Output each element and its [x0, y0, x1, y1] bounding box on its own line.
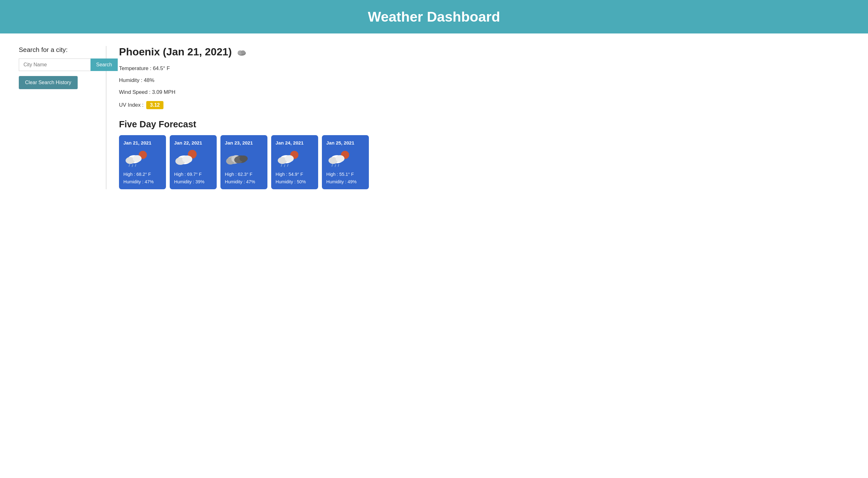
search-row: Search — [19, 59, 93, 71]
svg-point-19 — [240, 156, 248, 162]
main-content: Search for a city: Search Clear Search H… — [0, 33, 868, 202]
forecast-date-2: Jan 23, 2021 — [225, 140, 253, 145]
sidebar: Search for a city: Search Clear Search H… — [19, 46, 106, 189]
app-header: Weather Dashboard — [0, 0, 868, 33]
wind-detail: Wind Speed : 3.09 MPH — [119, 89, 849, 95]
svg-point-6 — [133, 155, 142, 162]
forecast-icon-3 — [276, 149, 301, 168]
svg-line-26 — [287, 164, 288, 166]
search-input[interactable] — [19, 59, 91, 71]
forecast-card-0: Jan 21, 2021 High : 68.2° F Humidity : 4… — [119, 135, 166, 189]
forecast-card-1: Jan 22, 2021 High : 69.7° F Humidity : 3… — [170, 135, 217, 189]
svg-line-33 — [338, 164, 339, 166]
forecast-humidity-2: Humidity : 47% — [225, 179, 255, 184]
forecast-humidity-0: Humidity : 47% — [123, 179, 154, 184]
forecast-date-4: Jan 25, 2021 — [326, 140, 354, 145]
forecast-card-4: Jan 25, 2021 High : 55.1° F Humidity : 4… — [322, 135, 369, 189]
weather-panel: Phoenix (Jan 21, 2021) Temperature : 64.… — [106, 46, 849, 189]
svg-line-32 — [335, 165, 336, 167]
forecast-high-0: High : 68.2° F — [123, 172, 151, 177]
uv-detail: UV Index : 3.12 — [119, 101, 849, 109]
forecast-date-3: Jan 24, 2021 — [276, 140, 304, 145]
forecast-icon-1 — [174, 149, 199, 168]
city-title-row: Phoenix (Jan 21, 2021) — [119, 46, 849, 58]
city-title-text: Phoenix (Jan 21, 2021) — [119, 46, 232, 58]
uv-badge: 3.12 — [146, 101, 163, 109]
svg-point-23 — [285, 155, 294, 162]
search-label: Search for a city: — [19, 46, 93, 54]
forecast-high-1: High : 69.7° F — [174, 172, 202, 177]
forecast-date-1: Jan 22, 2021 — [174, 140, 202, 145]
forecast-humidity-4: Humidity : 49% — [326, 179, 356, 184]
svg-point-2 — [241, 50, 245, 54]
forecast-icon-4 — [326, 149, 351, 168]
forecast-humidity-1: Humidity : 39% — [174, 179, 205, 184]
temperature-detail: Temperature : 64.5° F — [119, 65, 849, 72]
uv-label: UV Index : — [119, 102, 144, 108]
forecast-humidity-3: Humidity : 50% — [276, 179, 306, 184]
forecast-date-0: Jan 21, 2021 — [123, 140, 152, 145]
humidity-detail: Humidity : 48% — [119, 77, 849, 83]
forecast-icon-2 — [225, 149, 250, 168]
forecast-cards: Jan 21, 2021 High : 68.2° F Humidity : 4… — [119, 135, 849, 189]
forecast-icon-0 — [123, 149, 148, 168]
clear-history-button[interactable]: Clear Search History — [19, 76, 78, 89]
svg-point-30 — [336, 155, 344, 162]
app-title: Weather Dashboard — [0, 9, 868, 25]
svg-line-24 — [281, 164, 282, 166]
forecast-card-2: Jan 23, 2021 High : 62.3° F Humidity : 4… — [220, 135, 268, 189]
svg-point-13 — [182, 156, 192, 163]
svg-line-8 — [132, 165, 133, 167]
forecast-card-3: Jan 24, 2021 High : 54.9° F Humidity : 5… — [271, 135, 318, 189]
svg-line-31 — [332, 164, 333, 166]
svg-line-25 — [284, 165, 285, 167]
forecast-title: Five Day Forecast — [119, 119, 849, 130]
forecast-high-2: High : 62.3° F — [225, 172, 252, 177]
svg-line-7 — [129, 164, 130, 166]
forecast-high-3: High : 54.9° F — [276, 172, 303, 177]
forecast-high-4: High : 55.1° F — [326, 172, 354, 177]
svg-line-9 — [135, 164, 136, 166]
current-weather-icon — [236, 46, 247, 58]
